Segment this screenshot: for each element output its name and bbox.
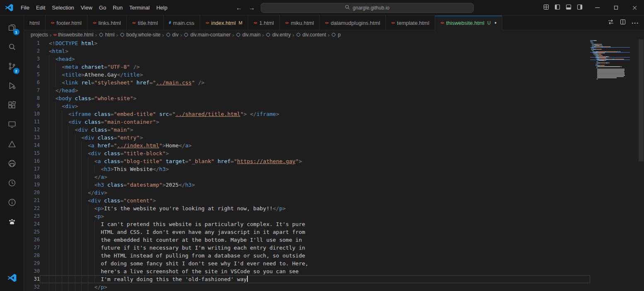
menu-run[interactable]: Run (109, 2, 126, 13)
dirty-indicator[interactable]: ● (494, 21, 496, 25)
breadcrumb-item-div[interactable]: div (165, 32, 179, 38)
customize-layout-icon[interactable] (543, 4, 550, 12)
code-line-11[interactable]: 11<div class="main-container"> (24, 118, 590, 126)
tab-template.html[interactable]: <>template.html (386, 16, 435, 30)
tab-html[interactable]: html (24, 16, 46, 30)
breadcrumb-item-div.entry[interactable]: div.entry (265, 32, 291, 38)
toggle-panel-icon[interactable] (565, 4, 572, 12)
menu-go[interactable]: Go (96, 2, 109, 13)
line-number[interactable]: 17 (24, 165, 40, 173)
split-editor-icon[interactable] (620, 19, 626, 27)
more-actions-icon[interactable]: ··· (632, 19, 639, 26)
code-line-27[interactable]: 27future if it's necessary but I'm writi… (24, 244, 590, 252)
vertical-scrollbar[interactable] (638, 39, 644, 291)
breadcrumb-item-projects[interactable]: projects (30, 32, 48, 38)
search-icon[interactable] (2, 37, 22, 56)
code-line-18[interactable]: 18</a> (24, 173, 590, 181)
menu-file[interactable]: File (17, 2, 33, 13)
line-number[interactable]: 22 (24, 204, 40, 212)
menu-view[interactable]: View (77, 2, 96, 13)
breadcrumb-item-body.whole-site[interactable]: body.whole-site (119, 32, 161, 38)
code-line-13[interactable]: 13<div class="entry"> (24, 134, 590, 142)
line-number[interactable]: 7 (24, 87, 40, 94)
menu-terminal[interactable]: Terminal (126, 2, 153, 13)
code-line-21[interactable]: 21<div class="content"> (24, 197, 590, 204)
menu-edit[interactable]: Edit (33, 2, 48, 13)
code-line-24[interactable]: 24I can't pretend this website is partic… (24, 220, 590, 228)
nav-forward-icon[interactable]: → (248, 4, 256, 11)
line-number[interactable]: 31 (24, 275, 40, 283)
code-line-9[interactable]: 9<div> (24, 102, 590, 110)
compare-changes-icon[interactable] (608, 19, 614, 27)
line-number[interactable]: 16 (24, 157, 40, 165)
run-and-debug-icon[interactable] (2, 76, 22, 95)
explorer-icon[interactable]: 1 (2, 17, 22, 37)
menu-help[interactable]: Help (153, 2, 171, 13)
breadcrumb-item-div.main[interactable]: div.main (235, 32, 261, 38)
code-line-19[interactable]: 19<h3 class="datestamp">2025</h3> (24, 181, 590, 189)
line-number[interactable]: 24 (24, 220, 40, 228)
code-line-12[interactable]: 12<div class="main"> (24, 126, 590, 134)
breadcrumb-item-thiswebsite.html[interactable]: <>thiswebsite.html (53, 32, 94, 38)
tab-main.css[interactable]: #main.css (164, 16, 200, 30)
line-number[interactable]: 30 (24, 267, 40, 275)
line-number[interactable]: 20 (24, 189, 40, 197)
line-number[interactable]: 6 (24, 79, 40, 87)
toggle-sidebar-right-icon[interactable] (576, 4, 583, 12)
tab-footer.html[interactable]: <>footer.html (46, 16, 87, 30)
extensions-icon[interactable] (2, 95, 22, 115)
breadcrumb-item-html[interactable]: html (98, 32, 115, 38)
code-line-23[interactable]: 23<p> (24, 212, 590, 220)
breadcrumb-item-div.content[interactable]: div.content (295, 32, 327, 38)
github-icon[interactable] (2, 154, 22, 173)
line-number[interactable]: 29 (24, 260, 40, 267)
code-line-26[interactable]: 26the embedded hit counter at the bottom… (24, 236, 590, 244)
line-number[interactable]: 27 (24, 244, 40, 252)
code-line-29[interactable]: 29of doing some fancy shit I don't see w… (24, 260, 590, 267)
timeline-icon[interactable] (2, 173, 22, 192)
code-line-5[interactable]: 5<title>Athene.Gay</title> (24, 71, 590, 79)
line-number[interactable]: 8 (24, 94, 40, 102)
code-line-30[interactable]: 30here's a live screenshot of the site i… (24, 267, 590, 275)
code-line-25[interactable]: 25HTML and CSS. I don't even have any ja… (24, 228, 590, 236)
code-line-10[interactable]: 10<iframe class="embed-title" src="../sh… (24, 110, 590, 118)
editor[interactable]: 1<!DOCTYPE html>2<html>3<head>4<meta cha… (24, 39, 644, 291)
line-number[interactable]: 14 (24, 142, 40, 149)
line-number[interactable]: 4 (24, 63, 40, 71)
code-line-8[interactable]: 8<body class="whole-site"> (24, 94, 590, 102)
code-line-15[interactable]: 15<div class="title-block"> (24, 149, 590, 157)
code-line-4[interactable]: 4<meta charset="UTF-8" /> (24, 63, 590, 71)
code-line-14[interactable]: 14<a href="../index.html">Home</a> (24, 142, 590, 149)
menu-selection[interactable]: Selection (48, 2, 77, 13)
remote-explorer-icon[interactable] (2, 115, 22, 134)
tab-miku.html[interactable]: <>miku.html (280, 16, 320, 30)
tab-thiswebsite.html[interactable]: <>thiswebsite.htmlU● (435, 16, 503, 30)
extension-triangle-icon[interactable] (2, 134, 22, 154)
line-number[interactable]: 15 (24, 149, 40, 157)
toggle-sidebar-left-icon[interactable] (554, 4, 561, 12)
line-number[interactable]: 21 (24, 197, 40, 204)
line-number[interactable]: 26 (24, 236, 40, 244)
line-number[interactable]: 9 (24, 102, 40, 110)
extension-paw-icon[interactable] (2, 212, 22, 231)
close-button[interactable] (625, 0, 644, 15)
command-center[interactable]: gnargle.github.io (261, 3, 474, 13)
tab-title.html[interactable]: <>title.html (127, 16, 164, 30)
tab-index.html[interactable]: <>index.htmlM (200, 16, 248, 30)
code-line-17[interactable]: 17<h3>This Website</h3> (24, 165, 590, 173)
line-number[interactable]: 25 (24, 228, 40, 236)
tab-1.html[interactable]: <>1.html (248, 16, 280, 30)
line-number[interactable]: 19 (24, 181, 40, 189)
code-line-2[interactable]: 2<html> (24, 47, 590, 55)
line-number[interactable]: 11 (24, 118, 40, 126)
nav-back-icon[interactable]: ← (235, 4, 243, 11)
minimap[interactable] (590, 40, 638, 80)
code-line-3[interactable]: 3<head> (24, 55, 590, 63)
line-number[interactable]: 2 (24, 47, 40, 55)
tab-links.html[interactable]: <>links.html (87, 16, 127, 30)
code-line-1[interactable]: 1<!DOCTYPE html> (24, 39, 590, 47)
code-line-16[interactable]: 16<a class="blog-title" target="_blank" … (24, 157, 590, 165)
line-number[interactable]: 12 (24, 126, 40, 134)
info-icon[interactable] (2, 192, 22, 212)
scrollbar-thumb[interactable] (639, 39, 644, 161)
